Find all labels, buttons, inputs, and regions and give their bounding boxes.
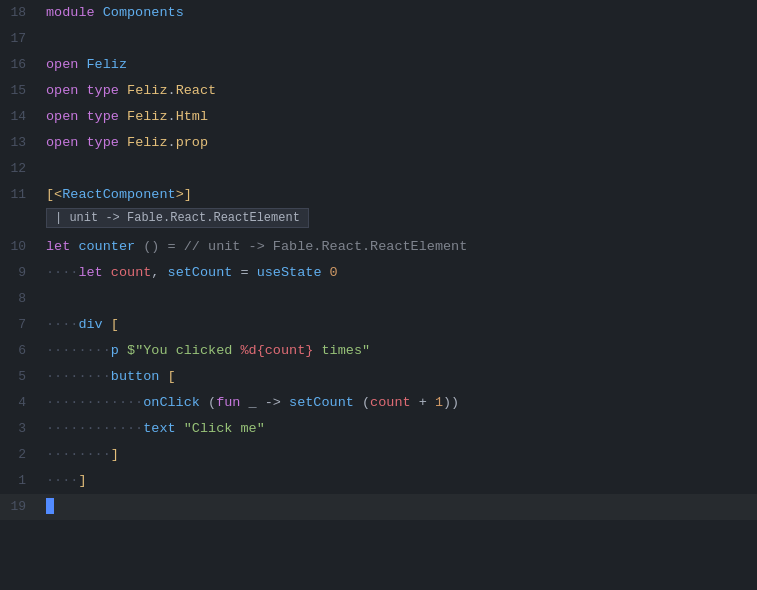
code-line: 16open Feliz	[0, 52, 757, 78]
code-line: 12	[0, 156, 757, 182]
code-line: 10let counter () = // unit -> Fable.Reac…	[0, 234, 757, 260]
text-cursor	[46, 498, 54, 514]
token: open	[46, 109, 78, 124]
token	[176, 421, 184, 436]
token: setCount	[289, 395, 354, 410]
token: [	[159, 369, 175, 384]
line-content: ············onClick (fun _ -> setCount (…	[42, 390, 757, 416]
type-hint: | unit -> Fable.React.ReactElement	[46, 208, 309, 228]
code-line: 4············onClick (fun _ -> setCount …	[0, 390, 757, 416]
token: module	[46, 5, 95, 20]
line-number: 12	[0, 156, 42, 182]
token: setCount	[168, 265, 233, 280]
code-line: 6········p $"You clicked %d{count} times…	[0, 338, 757, 364]
token: prop	[176, 135, 208, 150]
line-content: open type Feliz.React	[42, 78, 757, 104]
token: $"You clicked	[127, 343, 240, 358]
code-line: 19	[0, 494, 757, 520]
code-line: 9····let count, setCount = useState 0	[0, 260, 757, 286]
token	[78, 57, 86, 72]
code-container: 18module Components1716open Feliz15open …	[0, 0, 757, 590]
line-number: 2	[0, 442, 42, 468]
token: ReactComponent	[62, 187, 175, 202]
line-content: open type Feliz.prop	[42, 130, 757, 156]
token	[78, 135, 86, 150]
token: Feliz	[127, 109, 168, 124]
token: 1	[435, 395, 443, 410]
token: =	[232, 265, 256, 280]
line-number: 16	[0, 52, 42, 78]
line-number: 15	[0, 78, 42, 104]
line-content: module Components	[42, 0, 757, 26]
code-line: 2········]	[0, 442, 757, 468]
line-number: 4	[0, 390, 42, 416]
line-number: 7	[0, 312, 42, 338]
line-number: 6	[0, 338, 42, 364]
token	[78, 83, 86, 98]
token: Components	[103, 5, 184, 20]
line-content: ········]	[42, 442, 757, 468]
token: p	[111, 343, 119, 358]
line-content: let counter () = // unit -> Fable.React.…	[42, 234, 757, 260]
token: let	[78, 265, 102, 280]
line-number: 1	[0, 468, 42, 494]
token: ,	[151, 265, 167, 280]
line-number: 19	[0, 494, 42, 520]
token: React	[176, 83, 217, 98]
token: text	[143, 421, 175, 436]
token: (	[200, 395, 216, 410]
token	[119, 83, 127, 98]
code-line: 1····]	[0, 468, 757, 494]
code-line: 5········button [	[0, 364, 757, 390]
token: type	[87, 83, 119, 98]
line-number: 17	[0, 26, 42, 52]
token: times"	[313, 343, 370, 358]
token: onClick	[143, 395, 200, 410]
code-line: 11[<ReactComponent>]| unit -> Fable.Reac…	[0, 182, 757, 234]
token	[321, 265, 329, 280]
token: open	[46, 83, 78, 98]
line-content: ····let count, setCount = useState 0	[42, 260, 757, 286]
token	[103, 265, 111, 280]
line-number: 9	[0, 260, 42, 286]
token: open	[46, 135, 78, 150]
line-content: ········button [	[42, 364, 757, 390]
token: counter	[78, 239, 135, 254]
line-number: 3	[0, 416, 42, 442]
token: ))	[443, 395, 459, 410]
line-content	[42, 494, 757, 520]
token: (	[354, 395, 370, 410]
token: ············	[46, 421, 143, 436]
token: >]	[176, 187, 192, 202]
token	[119, 109, 127, 124]
token: ········	[46, 369, 111, 384]
token: () = // unit -> Fable.React.ReactElement	[135, 239, 467, 254]
token: ]	[111, 447, 119, 462]
token: ]	[78, 473, 86, 488]
token: let	[46, 239, 70, 254]
code-editor: 18module Components1716open Feliz15open …	[0, 0, 757, 590]
token: [	[103, 317, 119, 332]
token: "Click me"	[184, 421, 265, 436]
token: ········	[46, 447, 111, 462]
token: Feliz	[87, 57, 128, 72]
line-content: ········p $"You clicked %d{count} times"	[42, 338, 757, 364]
token: ····	[46, 317, 78, 332]
token: 0	[330, 265, 338, 280]
line-content: open type Feliz.Html	[42, 104, 757, 130]
code-line: 7····div [	[0, 312, 757, 338]
token: .	[168, 135, 176, 150]
token	[119, 135, 127, 150]
line-content: ····]	[42, 468, 757, 494]
token: ············	[46, 395, 143, 410]
code-line: 15open type Feliz.React	[0, 78, 757, 104]
token: type	[87, 109, 119, 124]
token: open	[46, 57, 78, 72]
token	[119, 343, 127, 358]
line-content: ············text "Click me"	[42, 416, 757, 442]
token: _ ->	[240, 395, 289, 410]
line-content: [<ReactComponent>]	[42, 182, 757, 208]
token: type	[87, 135, 119, 150]
line-number: 8	[0, 286, 42, 312]
code-line: 18module Components	[0, 0, 757, 26]
